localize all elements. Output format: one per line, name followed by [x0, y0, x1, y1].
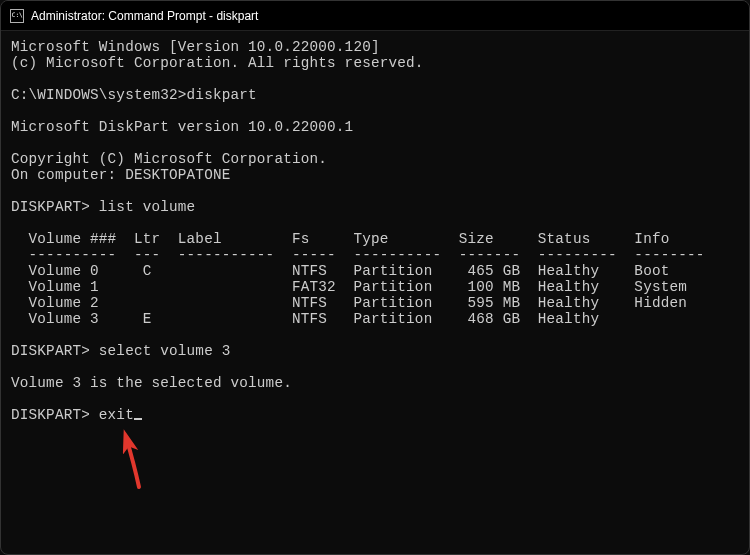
command-text: list volume: [99, 199, 196, 215]
table-row: Volume 0 C NTFS Partition 465 GB Healthy…: [11, 263, 669, 279]
diskpart-prompt: DISKPART>: [11, 343, 99, 359]
table-header: Volume ### Ltr Label Fs Type Size Status…: [11, 231, 669, 247]
window-titlebar[interactable]: C:\ Administrator: Command Prompt - disk…: [1, 1, 750, 31]
table-separator: ---------- --- ----------- ----- -------…: [11, 247, 705, 263]
prompt-line: C:\WINDOWS\system32>diskpart: [11, 87, 257, 103]
output-line: Volume 3 is the selected volume.: [11, 375, 292, 391]
window-title: Administrator: Command Prompt - diskpart: [31, 9, 258, 23]
diskpart-prompt: DISKPART>: [11, 199, 99, 215]
table-row: Volume 2 NTFS Partition 595 MB Healthy H…: [11, 295, 687, 311]
command-text: select volume 3: [99, 343, 231, 359]
output-line: (c) Microsoft Corporation. All rights re…: [11, 55, 424, 71]
table-row: Volume 3 E NTFS Partition 468 GB Healthy: [11, 311, 599, 327]
command-text: exit: [99, 407, 134, 423]
annotation-arrow: [106, 429, 156, 499]
cmd-icon: C:\: [9, 8, 25, 24]
terminal-output[interactable]: Microsoft Windows [Version 10.0.22000.12…: [1, 31, 750, 431]
output-line: On computer: DESKTOPATONE: [11, 167, 231, 183]
cursor: [134, 418, 142, 420]
diskpart-prompt: DISKPART>: [11, 407, 99, 423]
table-row: Volume 1 FAT32 Partition 100 MB Healthy …: [11, 279, 687, 295]
output-line: Microsoft DiskPart version 10.0.22000.1: [11, 119, 353, 135]
output-line: Copyright (C) Microsoft Corporation.: [11, 151, 327, 167]
output-line: Microsoft Windows [Version 10.0.22000.12…: [11, 39, 380, 55]
svg-text:C:\: C:\: [12, 10, 23, 17]
